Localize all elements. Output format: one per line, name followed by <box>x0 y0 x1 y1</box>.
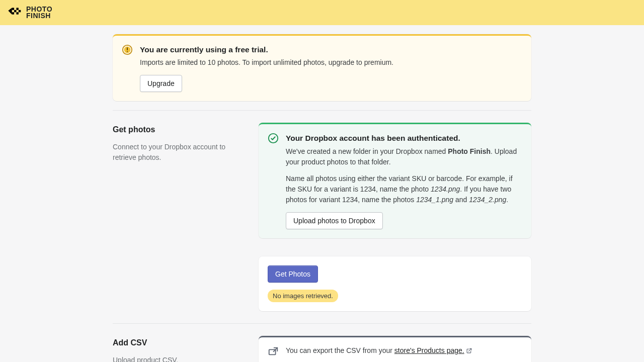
get-photos-desc: Connect to your Dropbox account to retri… <box>113 142 247 163</box>
trial-alert-title: You are currently using a free trial. <box>140 44 522 55</box>
products-page-link[interactable]: store's Products page. <box>394 346 464 354</box>
export-icon <box>268 346 279 357</box>
upgrade-button[interactable]: Upgrade <box>140 75 182 92</box>
auth-alert-desc: We've created a new folder in your Dropb… <box>286 146 522 205</box>
trial-alert: You are currently using a free trial. Im… <box>113 34 531 101</box>
svg-rect-0 <box>12 8 14 10</box>
upload-photos-button[interactable]: Upload photos to Dropbox <box>286 212 383 229</box>
trial-alert-desc: Imports are limited to 10 photos. To imp… <box>140 57 522 68</box>
svg-rect-5 <box>16 12 18 14</box>
csv-info-alert: You can export the CSV from your store's… <box>259 336 531 362</box>
external-link-icon <box>466 347 472 354</box>
add-csv-title: Add CSV <box>113 337 247 349</box>
svg-rect-2 <box>14 10 16 12</box>
app-header: PHOTO FINISH <box>0 0 644 25</box>
get-photos-section: Get photos Connect to your Dropbox accou… <box>113 123 531 311</box>
csv-info-text: You can export the CSV from your store's… <box>286 345 522 356</box>
divider <box>113 323 531 324</box>
add-csv-section: Add CSV Upload product CSV. You can expo… <box>113 336 531 362</box>
get-photos-title: Get photos <box>113 124 247 136</box>
main-container: You are currently using a free trial. Im… <box>113 25 531 362</box>
logo-text: PHOTO FINISH <box>26 6 52 20</box>
warning-icon <box>122 44 133 55</box>
svg-rect-4 <box>12 12 14 14</box>
get-photos-card: Get Photos No images retrieved. <box>259 256 531 312</box>
divider <box>113 110 531 111</box>
check-circle-icon <box>268 133 279 144</box>
auth-alert: Your Dropbox account has been authentica… <box>259 123 531 238</box>
auth-alert-title: Your Dropbox account has been authentica… <box>286 132 522 144</box>
add-csv-desc: Upload product CSV. <box>113 355 247 362</box>
svg-rect-9 <box>127 47 128 50</box>
svg-rect-3 <box>19 10 21 12</box>
svg-marker-6 <box>8 8 12 14</box>
svg-rect-1 <box>16 8 18 10</box>
app-logo: PHOTO FINISH <box>8 6 52 20</box>
svg-rect-10 <box>127 51 128 52</box>
flag-icon <box>8 7 23 18</box>
no-images-badge: No images retrieved. <box>268 290 338 303</box>
get-photos-button[interactable]: Get Photos <box>268 265 318 283</box>
